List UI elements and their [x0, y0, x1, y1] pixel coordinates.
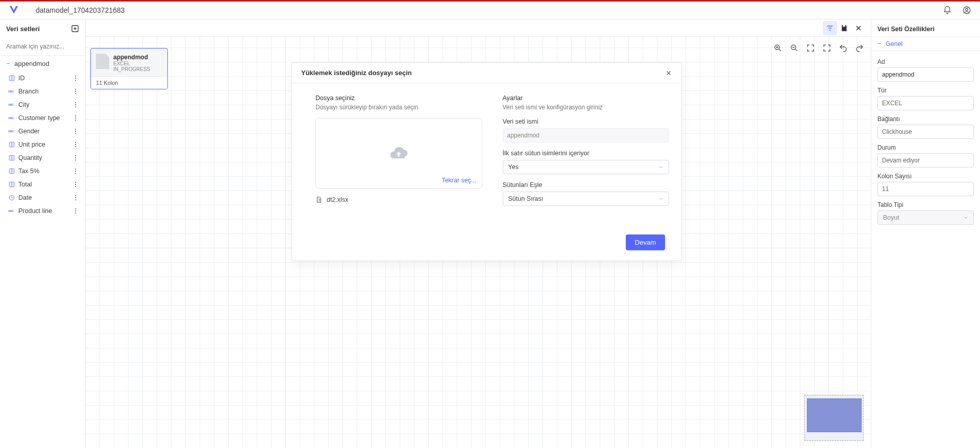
- upload-modal: Yüklemek istediğiniz dosyayı seçin Dosya…: [291, 62, 682, 261]
- columns-match-label: Sütunları Eşle: [503, 181, 670, 188]
- zoom-fit-icon[interactable]: [805, 43, 816, 53]
- column-name: Unit price: [18, 141, 45, 148]
- svg-point-39: [75, 186, 76, 187]
- sidebar-title: Veri setleri: [6, 25, 40, 33]
- durum-field: Devam ediyor: [877, 153, 974, 168]
- file-heading: Dosya seçiniz: [315, 95, 482, 102]
- header-row-select[interactable]: Yes: [503, 160, 670, 174]
- ad-field[interactable]: appendmod: [877, 67, 974, 82]
- kebab-icon[interactable]: [72, 168, 79, 175]
- close-button[interactable]: [851, 21, 866, 35]
- column-type-icon: [8, 75, 15, 82]
- column-name: Tax 5%: [18, 168, 39, 175]
- minimap[interactable]: [804, 395, 864, 441]
- node-name: appendmod: [113, 54, 150, 61]
- svg-point-18: [75, 117, 76, 119]
- dataset-node[interactable]: − appendmod: [0, 56, 85, 72]
- column-name: Quantity: [18, 154, 42, 161]
- datasets-sidebar: Veri setleri − appendmod IDABCBranchABCC…: [0, 19, 86, 448]
- svg-point-31: [75, 159, 76, 160]
- kebab-icon[interactable]: [72, 114, 79, 122]
- kebab-icon[interactable]: [72, 141, 79, 148]
- column-item[interactable]: Unit price: [0, 138, 85, 151]
- svg-point-5: [75, 76, 76, 77]
- column-item[interactable]: ABCBranch: [0, 85, 85, 98]
- column-item[interactable]: ABCCity: [0, 98, 85, 111]
- kolon-label: Kolon Sayısı: [877, 173, 974, 180]
- search-input[interactable]: [4, 40, 85, 53]
- svg-point-47: [75, 213, 76, 214]
- undo-icon[interactable]: [838, 43, 848, 53]
- file-page-icon: [315, 196, 323, 204]
- redo-icon[interactable]: [854, 43, 865, 53]
- column-type-icon: ABC: [8, 88, 15, 95]
- collapse-icon: −: [6, 60, 11, 67]
- continue-button[interactable]: Devam: [626, 234, 665, 250]
- tur-label: Tür: [877, 87, 974, 94]
- collapse-icon: −: [877, 40, 883, 48]
- column-item[interactable]: Total: [0, 178, 85, 191]
- kebab-icon[interactable]: [72, 128, 79, 135]
- column-type-icon: ABC: [8, 207, 15, 215]
- general-section[interactable]: − Genel: [871, 37, 980, 51]
- svg-point-30: [75, 157, 76, 158]
- kolon-field: 11: [877, 182, 974, 196]
- column-item[interactable]: Quantity: [0, 151, 85, 164]
- column-name: Product line: [18, 207, 52, 215]
- column-item[interactable]: ABCGender: [0, 125, 85, 138]
- kebab-icon[interactable]: [72, 154, 79, 161]
- column-item[interactable]: ABCCustomer type: [0, 111, 85, 125]
- column-item[interactable]: ABCProduct line: [0, 204, 85, 218]
- tablo-select[interactable]: Boyut: [877, 210, 974, 225]
- column-type-icon: [8, 141, 15, 148]
- svg-point-38: [75, 184, 76, 185]
- dataset-node-card[interactable]: appendmod EXCEL IN_PROGRESS 11 Kolon: [90, 48, 168, 89]
- column-type-icon: ABC: [8, 101, 15, 108]
- canvas-toolbar: [86, 19, 871, 37]
- svg-text:ABC: ABC: [8, 130, 14, 133]
- column-name: Total: [18, 181, 32, 188]
- svg-point-6: [75, 78, 76, 79]
- svg-text:ABC: ABC: [8, 103, 14, 106]
- kebab-icon[interactable]: [72, 101, 79, 108]
- column-item[interactable]: Date: [0, 191, 85, 204]
- kebab-icon[interactable]: [72, 207, 79, 215]
- durum-label: Durum: [877, 144, 974, 151]
- svg-point-46: [75, 210, 76, 211]
- chevron-down-icon: [658, 196, 664, 201]
- column-type-icon: [8, 194, 15, 201]
- user-icon[interactable]: [962, 5, 972, 15]
- zoom-in-icon[interactable]: [773, 43, 783, 53]
- column-type-icon: [8, 181, 15, 188]
- baglanti-field: Clickhouse: [877, 125, 974, 139]
- svg-point-42: [75, 197, 76, 198]
- zoom-out-icon[interactable]: [789, 43, 799, 53]
- zoom-actual-icon[interactable]: [822, 43, 832, 53]
- add-dataset-icon[interactable]: [71, 25, 79, 33]
- canvas[interactable]: appendmod EXCEL IN_PROGRESS 11 Kolon Yük…: [86, 19, 871, 448]
- column-type-icon: ABC: [8, 114, 15, 122]
- kebab-icon[interactable]: [72, 75, 79, 82]
- column-item[interactable]: ID: [0, 72, 85, 85]
- svg-point-41: [75, 195, 76, 196]
- chevron-down-icon: [963, 215, 968, 220]
- dataset-name-label: Veri seti ismi: [503, 118, 670, 125]
- kebab-icon[interactable]: [72, 88, 79, 95]
- filter-button[interactable]: [823, 21, 837, 35]
- brand-logo: [8, 5, 19, 16]
- dropzone[interactable]: Tekrar seç...: [315, 118, 482, 188]
- column-item[interactable]: Tax 5%: [0, 164, 85, 178]
- save-button[interactable]: [837, 21, 851, 35]
- column-name: City: [18, 101, 30, 108]
- modal-close-icon[interactable]: [665, 69, 672, 77]
- kebab-icon[interactable]: [72, 181, 79, 188]
- svg-point-17: [75, 115, 76, 116]
- column-type-icon: [8, 168, 15, 175]
- svg-point-13: [75, 102, 76, 103]
- reselect-link[interactable]: Tekrar seç...: [442, 177, 476, 184]
- kebab-icon[interactable]: [72, 194, 79, 201]
- bell-icon[interactable]: [942, 5, 952, 15]
- settings-heading: Ayarlar: [503, 95, 670, 102]
- columns-match-select[interactable]: Sütun Sırası: [503, 192, 670, 206]
- dataset-name-input[interactable]: [503, 128, 670, 143]
